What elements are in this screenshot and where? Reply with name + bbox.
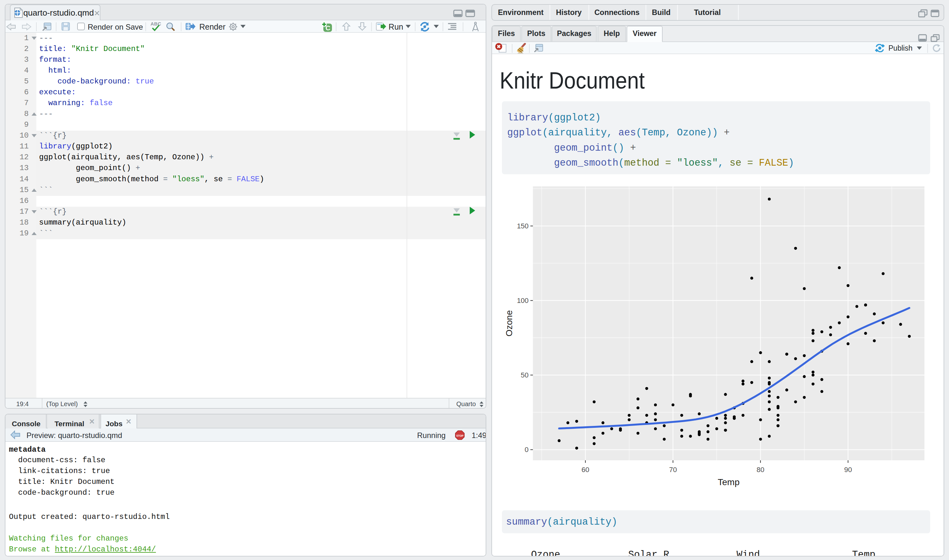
svg-text:60: 60 — [582, 466, 589, 474]
svg-text:80: 80 — [757, 466, 764, 474]
svg-text:70: 70 — [669, 466, 677, 474]
svg-text:Ozone: Ozone — [504, 310, 514, 337]
svg-text:50: 50 — [521, 371, 528, 379]
svg-text:Temp: Temp — [718, 477, 739, 487]
svg-text:STOP: STOP — [456, 434, 464, 437]
svg-text:150: 150 — [517, 222, 529, 230]
svg-text:100: 100 — [517, 297, 529, 305]
svg-text:0: 0 — [525, 446, 528, 454]
svg-text:90: 90 — [844, 466, 852, 474]
